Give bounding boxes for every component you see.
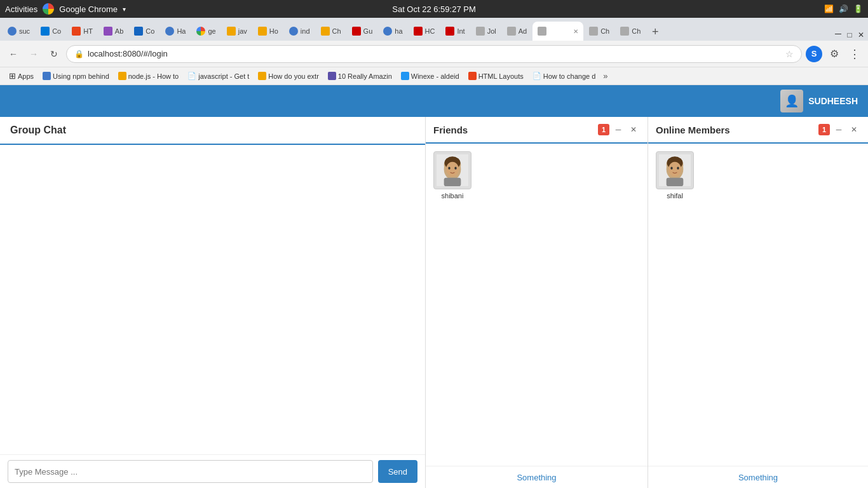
bookmark-5[interactable]: 10 Really Amazin xyxy=(324,71,396,81)
online-badge: 1 xyxy=(818,124,830,135)
tab-17[interactable]: Ch xyxy=(584,22,614,41)
bookmark-apps[interactable]: ⊞ Apps xyxy=(5,70,37,82)
tab-16[interactable]: Ad xyxy=(502,22,532,41)
bookmarks-bar: ⊞ Apps Using npm behind node.js - How to… xyxy=(0,67,868,85)
minimize-btn[interactable]: ─ xyxy=(834,30,843,39)
bookmark-6-label: Winexe - aldeid xyxy=(411,72,459,80)
tab-label-16: Ad xyxy=(519,27,527,35)
bookmark-7-label: HTML Layouts xyxy=(478,72,524,80)
friends-users-area: shibani xyxy=(426,144,648,466)
address-text[interactable]: localhost:8080/#/login xyxy=(88,49,782,58)
user-card-shifal[interactable]: shifal xyxy=(656,151,694,200)
app-header: 👤 SUDHEESH xyxy=(0,85,868,117)
new-tab-btn[interactable]: + xyxy=(646,23,664,41)
tab-11[interactable]: Gu xyxy=(347,22,378,41)
username-label: SUDHEESH xyxy=(808,96,858,106)
online-controls: 1 ─ ✕ xyxy=(818,123,860,136)
bookmark-4[interactable]: How do you extr xyxy=(254,71,322,81)
svg-point-6 xyxy=(454,167,456,170)
tab-favicon-11 xyxy=(352,27,361,36)
shibani-avatar xyxy=(433,151,471,189)
bookmark-2-label: node.js - How to xyxy=(128,72,179,80)
wifi-icon: 📶 xyxy=(824,4,834,13)
shifal-face-svg xyxy=(659,154,691,186)
bookmark-8-icon: 📄 xyxy=(532,72,541,80)
tab-14[interactable]: Int xyxy=(440,22,470,41)
shifal-name: shifal xyxy=(667,192,683,200)
bookmark-8[interactable]: 📄 How to change d xyxy=(529,71,600,81)
tab-label-14: Int xyxy=(457,27,465,35)
bookmark-apps-label: Apps xyxy=(18,72,34,80)
friends-something-link[interactable]: Something xyxy=(517,473,556,482)
chat-messages-area xyxy=(0,145,425,454)
online-close-btn[interactable]: ✕ xyxy=(848,123,860,136)
bookmark-2[interactable]: node.js - How to xyxy=(114,71,182,81)
tab-1[interactable]: Co xyxy=(36,22,66,41)
online-members-panel: Online Members 1 ─ ✕ xyxy=(648,117,868,488)
online-minimize-btn[interactable]: ─ xyxy=(832,123,845,136)
online-members-title: Online Members xyxy=(656,125,730,135)
tab-18[interactable]: Ch xyxy=(615,22,646,41)
tab-5[interactable]: Ha xyxy=(160,22,191,41)
tab-favicon-17 xyxy=(589,27,598,36)
user-card-shibani[interactable]: shibani xyxy=(433,151,471,200)
maximize-btn[interactable]: □ xyxy=(845,30,854,39)
tab-4[interactable]: Co xyxy=(129,22,159,41)
bookmark-1[interactable]: Using npm behind xyxy=(39,71,113,81)
dropdown-arrow[interactable]: ▾ xyxy=(123,6,126,13)
tab-15[interactable]: Jol xyxy=(471,22,501,41)
address-bar[interactable]: 🔒 localhost:8080/#/login ☆ xyxy=(66,45,802,63)
tab-favicon-3 xyxy=(104,27,112,36)
bookmark-3[interactable]: 📄 javascript - Get t xyxy=(184,71,253,81)
reload-btn[interactable]: ↻ xyxy=(46,46,62,62)
tab-13[interactable]: HC xyxy=(409,22,440,41)
bookmark-star-icon[interactable]: ☆ xyxy=(785,49,794,59)
tab-2[interactable]: HT xyxy=(67,22,98,41)
send-button[interactable]: Send xyxy=(378,460,417,483)
tab-9[interactable]: ind xyxy=(284,22,315,41)
bookmarks-more-btn[interactable]: » xyxy=(603,71,607,81)
bookmark-7-icon xyxy=(468,72,477,80)
tab-6[interactable]: ge xyxy=(191,22,220,41)
menu-btn[interactable]: ⋮ xyxy=(846,46,863,62)
tab-label-2: HT xyxy=(83,27,93,35)
tab-active[interactable]: ✕ xyxy=(532,22,583,41)
svg-point-5 xyxy=(448,167,450,170)
tab-favicon-4 xyxy=(134,27,143,36)
online-something-link[interactable]: Something xyxy=(738,473,778,482)
tab-3[interactable]: Ab xyxy=(98,22,128,41)
tab-label-10: Ch xyxy=(332,27,341,35)
back-btn[interactable]: ← xyxy=(5,46,22,62)
tab-label-0: suc xyxy=(19,27,30,35)
tab-favicon-0 xyxy=(8,27,17,36)
bookmark-3-icon: 📄 xyxy=(187,72,196,80)
main-content: Group Chat Send Friends 1 ─ ✕ xyxy=(0,117,868,488)
tab-label-4: Co xyxy=(146,27,154,35)
tab-10[interactable]: Ch xyxy=(316,22,346,41)
shibani-face-svg xyxy=(437,154,468,186)
profile-circle[interactable]: S xyxy=(806,46,822,62)
friends-minimize-btn[interactable]: ─ xyxy=(612,123,625,136)
apps-icon: ⊞ xyxy=(9,71,16,81)
bookmark-3-label: javascript - Get t xyxy=(198,72,249,80)
bookmark-7[interactable]: HTML Layouts xyxy=(465,71,527,81)
tab-0[interactable]: suc xyxy=(3,22,35,41)
bookmark-6-icon xyxy=(401,72,409,80)
friends-badge: 1 xyxy=(598,124,609,135)
extensions-btn[interactable]: ⚙ xyxy=(826,46,843,62)
tab-7[interactable]: jav xyxy=(222,22,252,41)
tab-close-btn[interactable]: ✕ xyxy=(573,28,578,35)
tab-12[interactable]: ha xyxy=(378,22,407,41)
tab-label-13: HC xyxy=(425,27,435,35)
tab-8[interactable]: Ho xyxy=(253,22,283,41)
activities-label[interactable]: Activities xyxy=(5,4,37,14)
friends-close-btn[interactable]: ✕ xyxy=(627,123,640,136)
close-btn[interactable]: ✕ xyxy=(857,30,865,39)
datetime-label: Sat Oct 22 6:59:27 PM xyxy=(392,4,476,14)
bookmark-6[interactable]: Winexe - aldeid xyxy=(397,71,463,81)
svg-point-13 xyxy=(670,167,672,170)
tabbar: suc Co HT Ab Co Ha ge jav xyxy=(0,18,868,41)
message-input[interactable] xyxy=(8,460,373,483)
chrome-favicon xyxy=(43,3,54,15)
forward-btn[interactable]: → xyxy=(25,46,42,62)
